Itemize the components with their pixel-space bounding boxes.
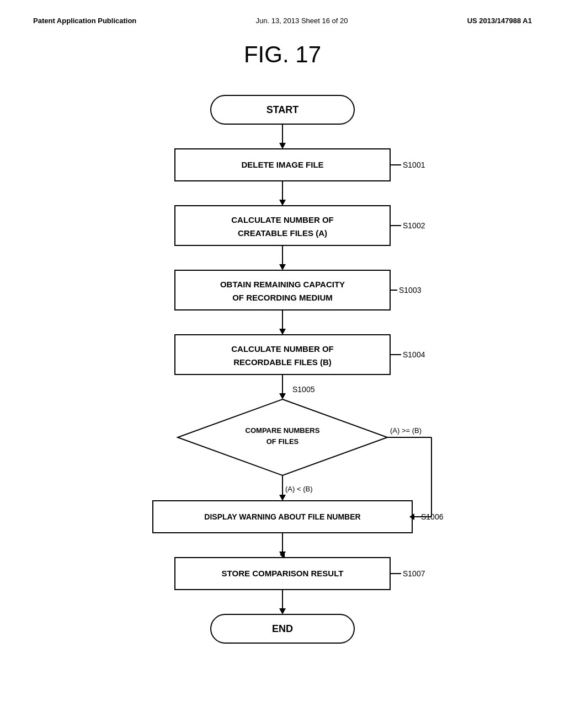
s1001-label: S1001 xyxy=(403,160,425,169)
diamond-text1: COMPARE NUMBERS xyxy=(246,426,320,435)
s1002-label: S1002 xyxy=(403,221,425,230)
s1002-text1: CALCULATE NUMBER OF xyxy=(231,215,334,224)
s1003-label: S1003 xyxy=(399,286,422,295)
svg-marker-10 xyxy=(279,264,286,270)
header-right: US 2013/147988 A1 xyxy=(467,17,532,25)
svg-marker-6 xyxy=(279,200,286,206)
header-left: Patent Application Publication xyxy=(33,17,136,25)
svg-marker-21 xyxy=(279,495,286,501)
svg-rect-15 xyxy=(175,335,390,374)
svg-marker-2 xyxy=(279,143,286,149)
header-center: Jun. 13, 2013 Sheet 16 of 20 xyxy=(256,17,348,25)
label-a-less-b: (A) < (B) xyxy=(285,485,312,493)
end-label: END xyxy=(272,623,293,634)
s1005-label: S1005 xyxy=(292,385,315,394)
page: Patent Application Publication Jun. 13, … xyxy=(0,0,565,728)
s1003-text2: OF RECORDING MEDIUM xyxy=(232,293,333,302)
page-header: Patent Application Publication Jun. 13, … xyxy=(33,17,532,25)
s1004-label: S1004 xyxy=(403,350,425,359)
s1004-text2: RECORDABLE FILES (B) xyxy=(233,357,332,367)
svg-rect-7 xyxy=(175,206,390,245)
svg-rect-11 xyxy=(175,270,390,310)
s1002-text2: CREATABLE FILES (A) xyxy=(238,228,327,238)
s1007-text: STORE COMPARISON RESULT xyxy=(222,569,344,578)
diamond-text2: OF FILES xyxy=(266,437,299,446)
figure-title: FIG. 17 xyxy=(33,41,532,68)
s1004-text1: CALCULATE NUMBER OF xyxy=(231,344,334,354)
svg-marker-34 xyxy=(279,608,286,614)
svg-marker-18 xyxy=(279,393,286,399)
s1007-label: S1007 xyxy=(403,569,425,578)
label-a-gte-b: (A) >= (B) xyxy=(390,426,422,435)
s1001-text: DELETE IMAGE FILE xyxy=(241,160,323,169)
s1003-text1: OBTAIN REMAINING CAPACITY xyxy=(220,280,345,289)
svg-marker-14 xyxy=(279,329,286,335)
start-label: START xyxy=(266,104,299,115)
s1006-text: DISPLAY WARNING ABOUT FILE NUMBER xyxy=(204,512,360,521)
flowchart-diagram: START DELETE IMAGE FILE S1001 CALCULATE … xyxy=(89,90,476,669)
